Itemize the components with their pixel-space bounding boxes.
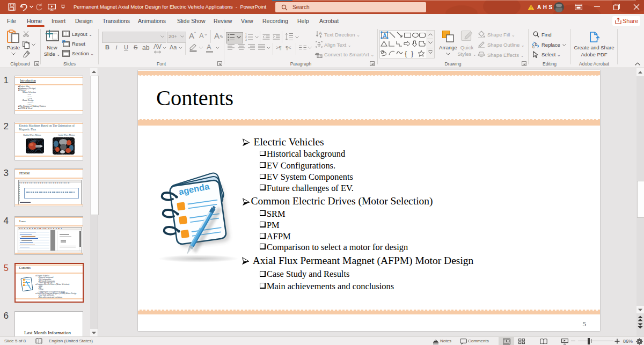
- svg-text:A: A: [383, 33, 386, 39]
- svg-text:b: b: [535, 42, 538, 47]
- svg-text:3: 3: [245, 38, 247, 41]
- svg-text:A: A: [319, 31, 322, 36]
